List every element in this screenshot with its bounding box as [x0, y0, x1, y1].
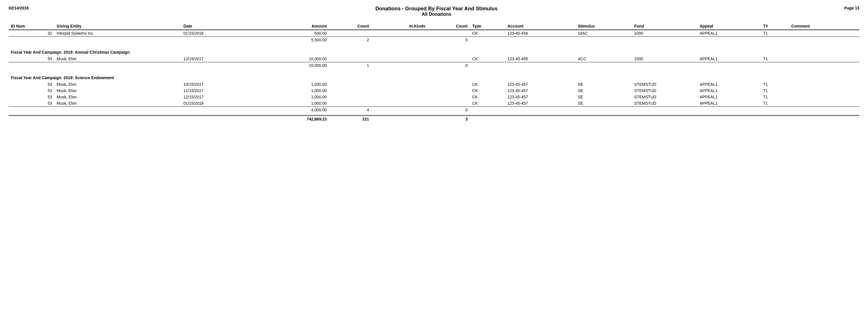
grandtotal-entity — [55, 115, 181, 122]
cell-ty: T1 — [761, 100, 789, 107]
cell-ty: T1 — [761, 30, 789, 37]
col-header-appeal: Appeal — [697, 23, 761, 30]
cell-inkinds — [371, 100, 427, 107]
cell-count1 — [329, 88, 371, 94]
cell-type: CK — [470, 30, 505, 37]
cell-fund: STEMSTUD — [632, 100, 697, 107]
cell-entity: Musk, Elon — [55, 56, 181, 62]
cell-date: 12/15/2017 — [181, 56, 252, 62]
cell-amount: 1,000.00 — [252, 88, 329, 94]
subtotal-inkinds — [371, 37, 427, 43]
cell-entity: Musk, Elon — [55, 94, 181, 100]
cell-fund: STEMSTUD — [632, 94, 697, 100]
subtotal-inkinds — [371, 107, 427, 113]
spacer-row — [9, 113, 859, 115]
cell-comment — [789, 100, 859, 107]
cell-count1 — [329, 30, 371, 37]
table-row: 32 Intrepid Systems Inc. 01/15/2018 500.… — [9, 30, 859, 37]
cell-stimulus: SE — [576, 100, 632, 107]
cell-account: 123-45-456 — [505, 30, 576, 37]
cell-fund: 1000 — [632, 56, 697, 62]
cell-stimulus: 18AC — [576, 30, 632, 37]
cell-date: 10/15/2017 — [181, 81, 252, 88]
cell-stimulus: SE — [576, 81, 632, 88]
subtotal-rest — [470, 62, 859, 69]
page-number: Page 13 — [844, 6, 859, 10]
cell-account: 123-45-457 — [505, 88, 576, 94]
grandtotal-inkinds — [371, 115, 427, 122]
cell-fund: STEMSTUD — [632, 88, 697, 94]
cell-date: 12/15/2017 — [181, 94, 252, 100]
col-header-ty: TY — [761, 23, 789, 30]
cell-stimulus: SE — [576, 88, 632, 94]
cell-entity: Musk, Elon — [55, 81, 181, 88]
cell-entity: Intrepid Systems Inc. — [55, 30, 181, 37]
cell-appeal: APPEAL1 — [697, 81, 761, 88]
cell-type: CK — [470, 81, 505, 88]
cell-count2 — [428, 100, 470, 107]
section-label: Fiscal Year And Campaign: 2018: Annual C… — [9, 45, 859, 56]
spacer-row — [9, 43, 859, 45]
cell-entity: Musk, Elon — [55, 100, 181, 107]
subtotal-count1: 1 — [329, 62, 371, 69]
col-header-count1: Count — [329, 23, 371, 30]
subtotal-count1: 2 — [329, 37, 371, 43]
cell-count1 — [329, 56, 371, 62]
cell-count1 — [329, 94, 371, 100]
cell-stimulus: SE — [576, 94, 632, 100]
cell-inkinds — [371, 94, 427, 100]
grandtotal-id — [9, 115, 55, 122]
subtotal-count2: 0 — [428, 62, 470, 69]
subtotal-amount: 4,000.00 — [252, 107, 329, 113]
cell-id: 53 — [9, 56, 55, 62]
cell-id: 53 — [9, 81, 55, 88]
cell-ty: T1 — [761, 94, 789, 100]
cell-count2 — [428, 94, 470, 100]
cell-amount: 1,000.00 — [252, 100, 329, 107]
cell-comment — [789, 30, 859, 37]
cell-count2 — [428, 56, 470, 62]
cell-count2 — [428, 30, 470, 37]
subtotal-entity — [55, 62, 181, 69]
subtotal-rest — [470, 37, 859, 43]
cell-date: 01/15/2018 — [181, 30, 252, 37]
cell-count1 — [329, 100, 371, 107]
col-header-type: Type — [470, 23, 505, 30]
table-row: 53 Musk, Elon 11/15/2017 1,000.00 CK 123… — [9, 88, 859, 94]
cell-count1 — [329, 81, 371, 88]
cell-date: 01/15/2018 — [181, 100, 252, 107]
cell-type: CK — [470, 100, 505, 107]
cell-appeal: APPEAL1 — [697, 30, 761, 37]
cell-appeal: APPEAL1 — [697, 56, 761, 62]
cell-inkinds — [371, 56, 427, 62]
subtotal-row: 4,000.00 4 0 — [9, 107, 859, 113]
section-header-row: Fiscal Year And Campaign: 2018: Science … — [9, 71, 859, 81]
subtotal-id — [9, 37, 55, 43]
subtotal-amount: 5,500.00 — [252, 37, 329, 43]
grand-total-row: 742,869.23 221 3 — [9, 115, 859, 122]
subtotal-inkinds — [371, 62, 427, 69]
subtotal-date — [181, 37, 252, 43]
table-row: 53 Musk, Elon 12/15/2017 10,000.00 CK 12… — [9, 56, 859, 62]
table-row: 53 Musk, Elon 01/15/2018 1,000.00 CK 123… — [9, 100, 859, 107]
report-title-main: Donations - Grouped By Fiscal Year And S… — [29, 6, 844, 12]
cell-stimulus: ACC — [576, 56, 632, 62]
col-header-fund: Fund — [632, 23, 697, 30]
grandtotal-date — [181, 115, 252, 122]
cell-account: 123-45-457 — [505, 94, 576, 100]
subtotal-entity — [55, 107, 181, 113]
cell-inkinds — [371, 88, 427, 94]
col-header-count2: Count — [428, 23, 470, 30]
subtotal-date — [181, 107, 252, 113]
report-title-sub: All Donations — [29, 12, 844, 17]
col-header-idnum: ID Num — [9, 23, 55, 30]
table-row: 53 Musk, Elon 12/15/2017 1,000.00 CK 123… — [9, 94, 859, 100]
cell-inkinds — [371, 81, 427, 88]
subtotal-id — [9, 62, 55, 69]
cell-comment — [789, 94, 859, 100]
cell-date: 11/15/2017 — [181, 88, 252, 94]
cell-ty: T1 — [761, 81, 789, 88]
cell-account: 123-45-456 — [505, 56, 576, 62]
table-row: 53 Musk, Elon 10/15/2017 1,000.00 CK 123… — [9, 81, 859, 88]
cell-appeal: APPEAL1 — [697, 88, 761, 94]
